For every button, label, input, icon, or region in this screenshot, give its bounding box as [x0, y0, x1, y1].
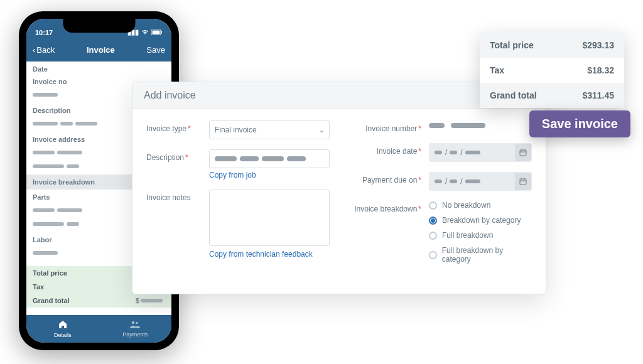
tab-payments[interactable]: Payments: [99, 315, 172, 343]
description-label: Description*: [146, 149, 209, 162]
svg-rect-9: [520, 179, 526, 185]
status-time: 10:17: [35, 29, 53, 36]
totals-tax: Tax $18.32: [480, 58, 624, 83]
phone-title: Invoice: [87, 45, 115, 55]
invoice-notes-input[interactable]: [209, 190, 330, 246]
phone-save-button[interactable]: Save: [146, 45, 165, 55]
svg-rect-1: [153, 30, 160, 34]
form-col-left: Invoice type* Final invoice ⌄ Descriptio…: [146, 120, 330, 280]
totals-card: Total price $293.13 Tax $18.32 Grand tot…: [480, 33, 624, 108]
tab-details-label: Details: [54, 332, 72, 338]
add-invoice-card: Add invoice Invoice type* Final invoice …: [132, 82, 546, 294]
back-label: Back: [36, 45, 55, 55]
wifi-icon: [141, 29, 149, 36]
phone-grand-total-label: Grand total: [33, 297, 70, 304]
invoice-number-label: Invoice number*: [349, 120, 429, 133]
calendar-icon: [515, 144, 531, 161]
breakdown-radiogroup: No breakdown Breakdown by category Full …: [429, 201, 532, 270]
chevron-left-icon: ‹: [33, 45, 35, 55]
home-icon: [58, 320, 67, 331]
field-date-label: Date: [26, 62, 171, 74]
breakdown-option-1[interactable]: Breakdown by category: [429, 216, 532, 225]
people-icon: [130, 320, 140, 330]
invoice-type-select[interactable]: Final invoice ⌄: [209, 120, 330, 139]
phone-total-price-label: Total price: [33, 269, 67, 277]
tab-payments-label: Payments: [122, 331, 148, 338]
copy-from-feedback-link[interactable]: Copy from technician feedback: [209, 250, 313, 259]
phone-tabbar: Details Payments: [26, 315, 171, 343]
phone-grand-total-row: Grand total $: [26, 294, 171, 308]
svg-point-4: [136, 322, 138, 324]
invoice-date-label: Invoice date*: [349, 143, 429, 156]
save-invoice-button[interactable]: Save invoice: [529, 110, 630, 137]
invoice-type-label: Invoice type*: [146, 120, 209, 133]
invoice-notes-label: Invoice notes: [146, 190, 209, 202]
breakdown-option-2[interactable]: Full breakdown: [429, 231, 532, 240]
totals-total-price: Total price $293.13: [480, 33, 624, 58]
description-input[interactable]: [209, 149, 330, 168]
copy-from-job-link[interactable]: Copy from job: [209, 171, 256, 179]
back-button[interactable]: ‹ Back: [33, 45, 55, 55]
tab-details[interactable]: Details: [26, 315, 99, 343]
svg-point-3: [132, 321, 134, 324]
phone-notch: [63, 19, 135, 33]
chevron-down-icon: ⌄: [319, 127, 324, 134]
breakdown-option-0[interactable]: No breakdown: [429, 201, 532, 210]
phone-tax-label: Tax: [33, 283, 44, 291]
form-col-right: Invoice number* Invoice date* // Payment…: [349, 120, 532, 280]
invoice-number-value: [429, 120, 532, 128]
payment-due-input[interactable]: //: [429, 172, 532, 191]
svg-rect-2: [161, 31, 163, 33]
breakdown-option-3[interactable]: Full breakdown by category: [429, 246, 532, 264]
breakdown-label: Invoice breakdown*: [349, 201, 429, 213]
calendar-icon: [515, 173, 531, 190]
svg-rect-5: [520, 150, 526, 156]
invoice-date-input[interactable]: //: [429, 143, 532, 162]
totals-grand-total: Grand total $311.45: [480, 83, 624, 108]
battery-icon: [151, 29, 163, 36]
payment-due-label: Payment due on*: [349, 172, 429, 185]
phone-header: ‹ Back Invoice Save: [26, 38, 171, 62]
